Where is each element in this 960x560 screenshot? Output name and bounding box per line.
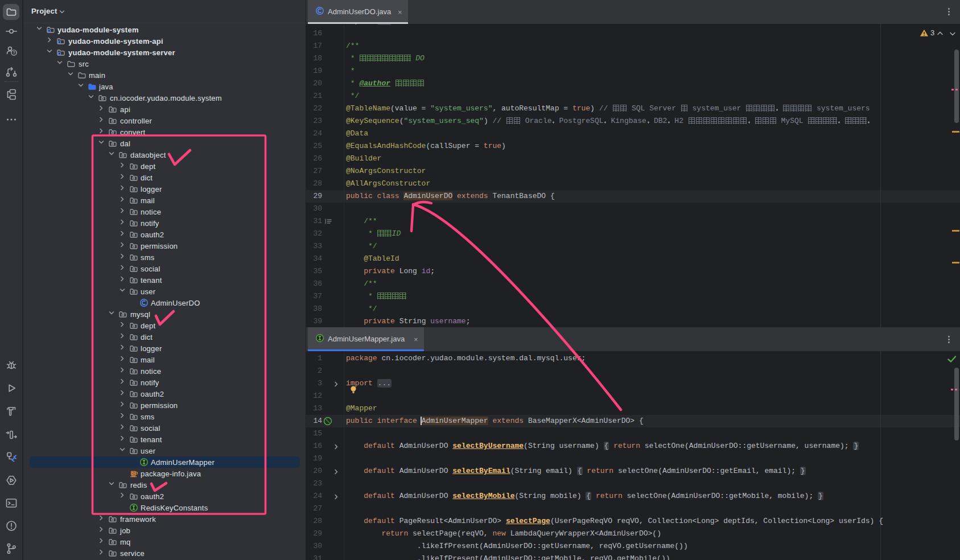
svg-text:?: ? — [13, 50, 15, 55]
